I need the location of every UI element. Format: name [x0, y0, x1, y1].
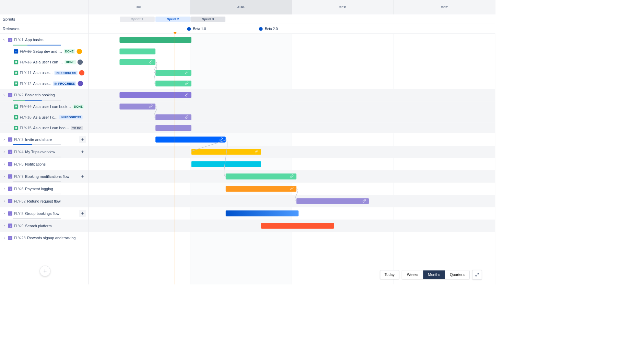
issue-title: As a user… — [33, 71, 53, 75]
timeline-row — [89, 57, 495, 68]
create-issue-fab[interactable] — [40, 266, 50, 276]
timeline-row — [89, 195, 495, 207]
timeline-bar[interactable] — [226, 210, 299, 216]
chevron-right-icon[interactable] — [2, 137, 7, 142]
assignee-avatar[interactable] — [77, 49, 82, 54]
timeline-bar[interactable] — [155, 70, 191, 76]
timeline-bar[interactable] — [155, 136, 226, 142]
add-child-button[interactable] — [79, 210, 86, 217]
month-header[interactable]: SEP — [292, 0, 394, 14]
epic-row[interactable]: FLY-4My Trips overview — [0, 146, 88, 158]
releases-row: Releases Beta 1.0Beta 2.0 — [0, 24, 495, 34]
epic-type-icon — [8, 223, 12, 228]
story-type-icon — [14, 105, 19, 109]
epic-type-icon — [8, 187, 12, 191]
timeline-bar[interactable] — [226, 173, 296, 179]
story-type-icon — [14, 60, 19, 64]
timeline-bar[interactable] — [155, 114, 191, 120]
today-button[interactable]: Today — [380, 270, 399, 279]
epic-row[interactable]: FLY-8Group bookings flow — [0, 207, 88, 220]
epic-row[interactable]: FLY-1App basics — [0, 34, 88, 46]
issue-row[interactable]: FLY-16As a user I c…IN PROGRESS — [0, 112, 88, 123]
timeline-bar[interactable] — [296, 198, 369, 204]
timeline-bar[interactable] — [119, 59, 155, 65]
chevron-right-icon[interactable] — [2, 150, 7, 154]
epic-row[interactable]: FLY-28Rewards signup and tracking — [0, 232, 88, 244]
epic-row[interactable]: FLY-5Notifications — [0, 158, 88, 170]
sprint-pill[interactable]: Sprint 1 — [120, 16, 155, 22]
add-child-button[interactable] — [79, 173, 86, 180]
epic-row[interactable]: FLY-7Booking modifications flow — [0, 170, 88, 183]
dependency-link-icon — [219, 137, 223, 142]
epic-row[interactable]: FLY-9Search platform — [0, 220, 88, 232]
timeline-row — [89, 112, 495, 123]
sprints-row: Sprints Sprint 1Sprint 2Sprint 3 — [0, 14, 495, 24]
timeline-row — [89, 101, 495, 112]
sprint-pill[interactable]: Sprint 3 — [190, 16, 225, 22]
release-label: Beta 2.0 — [265, 27, 278, 31]
sprint-pill[interactable]: Sprint 2 — [155, 16, 190, 22]
timeline-row — [89, 183, 495, 195]
issue-row[interactable]: FLY-14As a user I can book…DONE — [0, 101, 88, 112]
timeline-bar[interactable] — [191, 161, 261, 167]
epic-type-icon — [8, 93, 12, 97]
month-header[interactable]: OCT — [394, 0, 495, 14]
add-child-button[interactable] — [79, 136, 86, 143]
story-type-icon — [14, 115, 19, 120]
chevron-right-icon[interactable] — [2, 174, 7, 179]
chevron-down-icon[interactable] — [2, 93, 7, 97]
assignee-avatar[interactable] — [78, 59, 83, 65]
timeline-area[interactable] — [89, 34, 495, 284]
issue-row[interactable]: FLY-13As a user I can …DONE — [0, 57, 88, 68]
month-header[interactable]: AUG — [190, 0, 292, 14]
timeline-bar[interactable] — [119, 48, 155, 54]
issue-title: As a user I c… — [33, 115, 58, 120]
issue-title: Rewards signup and tracking — [27, 236, 75, 240]
header-left-empty — [0, 0, 89, 14]
timeline-bar[interactable] — [226, 186, 296, 192]
sprints-label: Sprints — [0, 14, 89, 24]
timeline-bar[interactable] — [119, 37, 191, 43]
issue-row[interactable]: FLY-15As a user I can boo…TO DO — [0, 123, 88, 133]
issue-key: FLY-12 — [20, 82, 32, 86]
epic-row[interactable]: FLY-32Refund request flow — [0, 195, 88, 207]
release-marker[interactable]: Beta 1.0 — [187, 27, 206, 31]
timeline-row — [89, 207, 495, 220]
issue-row[interactable]: FLY-11As a user…IN PROGRESS — [0, 68, 88, 78]
timeline-bar[interactable] — [119, 104, 155, 109]
chevron-right-icon[interactable] — [2, 236, 7, 240]
zoom-quarters-button[interactable]: Quarters — [445, 270, 469, 279]
timeline-row — [89, 123, 495, 133]
chevron-right-icon[interactable] — [2, 162, 7, 167]
timeline-bar[interactable] — [119, 92, 191, 98]
epic-row[interactable]: FLY-6Payment logging — [0, 183, 88, 195]
chevron-right-icon[interactable] — [2, 199, 7, 203]
chevron-right-icon[interactable] — [2, 223, 7, 228]
issue-title: Refund request flow — [27, 199, 60, 203]
timeline-bar[interactable] — [155, 81, 191, 86]
chevron-right-icon[interactable] — [2, 187, 7, 191]
issue-row[interactable]: FLY-10Setup dev and …DONE — [0, 46, 88, 57]
timeline-bar[interactable] — [191, 149, 261, 155]
epic-row[interactable]: FLY-3Invite and share — [0, 133, 88, 146]
epic-row[interactable]: FLY-2Basic trip booking — [0, 89, 88, 101]
month-header[interactable]: JUL — [89, 0, 190, 14]
add-child-button[interactable] — [79, 148, 86, 155]
timeline-bar[interactable] — [261, 223, 334, 229]
assignee-avatar[interactable] — [79, 70, 85, 76]
timeline-bar[interactable] — [155, 125, 191, 131]
issue-key: FLY-9 — [14, 223, 24, 228]
issue-row[interactable]: FLY-12As a use…IN PROGRESS — [0, 78, 88, 89]
chevron-down-icon[interactable] — [2, 38, 7, 42]
assignee-avatar[interactable] — [78, 81, 83, 86]
header-row: JULAUGSEPOCT — [0, 0, 495, 14]
zoom-months-button[interactable]: Months — [423, 270, 445, 279]
issue-key: FLY-6 — [14, 187, 24, 191]
status-badge: DONE — [64, 60, 76, 64]
release-marker[interactable]: Beta 2.0 — [259, 27, 278, 31]
zoom-weeks-button[interactable]: Weeks — [402, 270, 423, 279]
chevron-right-icon[interactable] — [2, 211, 7, 216]
fullscreen-toggle[interactable] — [472, 270, 482, 280]
issue-key: FLY-32 — [14, 199, 26, 203]
issue-title: Basic trip booking — [25, 93, 55, 97]
